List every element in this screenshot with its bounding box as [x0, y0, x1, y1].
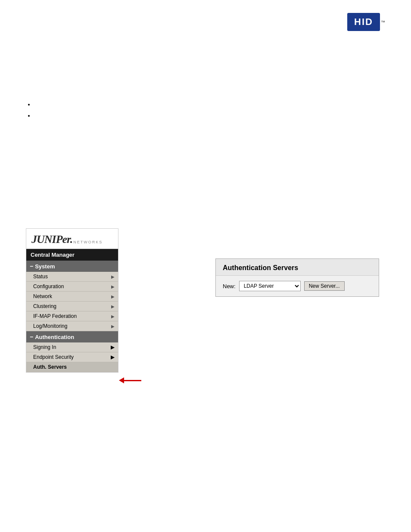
hid-logo: HID ™	[347, 13, 385, 31]
sidebar-item-network-label: Network	[33, 293, 52, 299]
juniper-networks-text: NETWORKS	[73, 240, 103, 244]
sidebar-item-auth-servers[interactable]: Auth. Servers	[26, 362, 118, 372]
chevron-right-icon: ▶	[111, 304, 115, 309]
sidebar: JUNIPer. NETWORKS Central Manager − Syst…	[26, 228, 118, 373]
sidebar-item-signing-in-label: Signing In	[33, 344, 56, 350]
sidebar-item-log[interactable]: Log/Monitoring ▶	[26, 321, 118, 331]
sidebar-item-network[interactable]: Network ▶	[26, 292, 118, 302]
sidebar-item-clustering[interactable]: Clustering ▶	[26, 302, 118, 311]
new-server-button[interactable]: New Server...	[304, 281, 345, 291]
auth-section-label: Authentication	[35, 334, 74, 340]
sidebar-item-endpoint-label: Endpoint Security	[33, 354, 74, 360]
auth-section-header: − Authentication	[26, 331, 118, 342]
chevron-right-icon: ▶	[111, 344, 115, 350]
red-arrow-indicator	[119, 377, 141, 383]
chevron-right-icon: ▶	[111, 314, 115, 319]
system-section-header: − System	[26, 261, 118, 272]
sidebar-item-log-label: Log/Monitoring	[33, 323, 67, 329]
chevron-right-icon: ▶	[111, 294, 115, 299]
auth-servers-panel: Authentication Servers New: LDAP Server …	[215, 258, 379, 297]
juniper-logo-text: JUNIPer.	[31, 233, 72, 246]
sidebar-logo: JUNIPer. NETWORKS	[26, 229, 118, 249]
juniper-logo: JUNIPer. NETWORKS	[31, 233, 113, 246]
sidebar-item-status[interactable]: Status ▶	[26, 272, 118, 282]
system-collapse-icon[interactable]: −	[30, 263, 33, 270]
auth-servers-title: Authentication Servers	[216, 259, 379, 276]
chevron-right-icon: ▶	[111, 324, 115, 329]
hid-logo-text: HID	[354, 16, 373, 27]
red-arrow-line	[124, 380, 141, 381]
system-section-label: System	[35, 263, 55, 270]
red-arrow-head	[119, 377, 124, 383]
sidebar-header: Central Manager	[26, 249, 118, 261]
new-server-label: New:	[223, 283, 236, 289]
hid-trademark: ™	[381, 20, 385, 25]
server-type-select[interactable]: LDAP Server RADIUS Server Active Directo…	[239, 281, 301, 291]
sidebar-item-signing-in[interactable]: Signing In ▶	[26, 342, 118, 352]
sidebar-item-configuration-label: Configuration	[33, 283, 64, 289]
sidebar-item-ifmap-label: IF-MAP Federation	[33, 313, 77, 319]
sidebar-item-clustering-label: Clustering	[33, 303, 56, 309]
auth-servers-body: New: LDAP Server RADIUS Server Active Di…	[216, 276, 379, 296]
sidebar-item-auth-servers-label: Auth. Servers	[33, 364, 67, 370]
sidebar-item-endpoint-security[interactable]: Endpoint Security ▶	[26, 352, 118, 362]
chevron-right-icon: ▶	[111, 284, 115, 289]
sidebar-item-ifmap[interactable]: IF-MAP Federation ▶	[26, 311, 118, 321]
sidebar-item-status-label: Status	[33, 274, 48, 280]
auth-collapse-icon[interactable]: −	[30, 333, 33, 340]
bullet-list-area	[26, 99, 34, 121]
chevron-right-icon: ▶	[111, 354, 115, 360]
chevron-right-icon: ▶	[111, 274, 115, 279]
sidebar-item-configuration[interactable]: Configuration ▶	[26, 282, 118, 292]
hid-logo-box: HID	[347, 13, 380, 31]
